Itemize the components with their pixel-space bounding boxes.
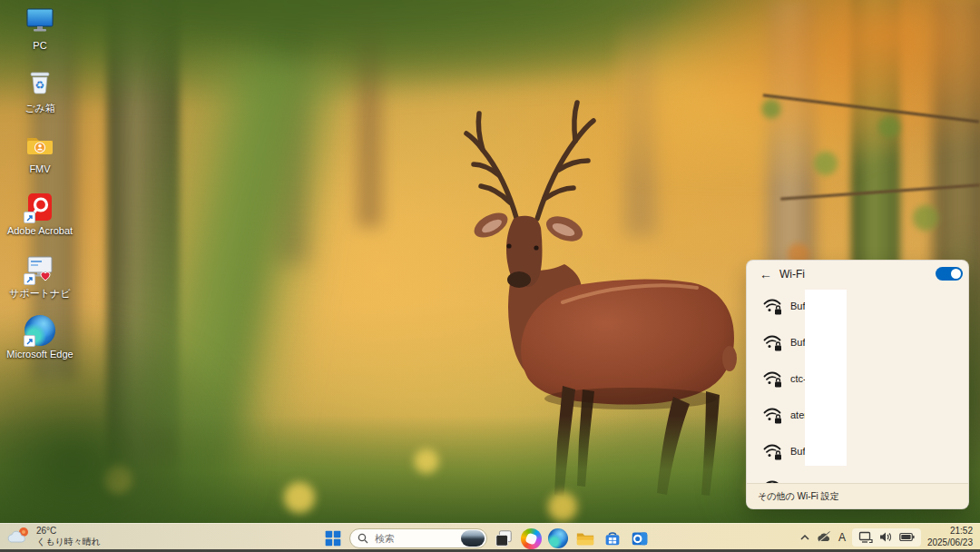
outlook-button[interactable] [629, 527, 651, 549]
more-wifi-settings-link[interactable]: その他の Wi-Fi 設定 [758, 490, 839, 503]
volume-icon [879, 531, 893, 543]
desktop-icon-label: サポートナビ [9, 287, 70, 301]
wifi-network-row[interactable]: Buffalo [747, 433, 968, 469]
adobe-acrobat-icon [23, 190, 57, 224]
start-button[interactable] [322, 527, 344, 549]
desktop-icon-adobe-acrobat[interactable]: Adobe Acrobat [0, 190, 80, 236]
wifi-secured-icon [761, 331, 783, 353]
search-input[interactable] [373, 532, 456, 545]
chevron-up-icon[interactable] [799, 533, 810, 542]
wifi-network-row[interactable]: aterm- [747, 397, 968, 433]
pc-icon [23, 5, 57, 39]
clock-time: 21:52 [927, 526, 973, 537]
desktop-icon-label: FMV [29, 163, 50, 174]
task-view-button[interactable] [493, 527, 514, 549]
copilot-button[interactable] [520, 527, 542, 549]
desktop-icon-label: Adobe Acrobat [7, 225, 73, 236]
system-tray: A 21:52 2025/06/23 [799, 524, 973, 550]
desktop-icon-recycle-bin[interactable]: ♻ ごみ箱 [0, 66, 80, 115]
network-icon [858, 531, 873, 544]
svg-text:♻: ♻ [35, 79, 45, 92]
start-icon [324, 529, 342, 547]
desktop-icon-label: ごみ箱 [24, 102, 55, 115]
wifi-secured-icon [761, 295, 783, 317]
microsoft-store-button[interactable] [602, 527, 623, 549]
search-box[interactable] [349, 528, 487, 548]
wifi-network-row[interactable]: ctc-g-o [747, 360, 968, 397]
file-explorer-button[interactable] [574, 527, 596, 549]
desktop-icon-fmv[interactable]: FMV [0, 128, 80, 174]
desktop-icon-microsoft-edge[interactable]: Microsoft Edge [0, 313, 80, 360]
search-highlight-image[interactable] [461, 530, 485, 547]
task-view-icon [494, 528, 514, 548]
edge-button[interactable] [547, 527, 569, 549]
back-arrow-icon[interactable]: ← [760, 267, 772, 281]
wifi-network-row[interactable]: Buffalo [747, 324, 968, 360]
wifi-flyout-panel: ← Wi-Fi Buffalo [746, 260, 969, 509]
ime-indicator[interactable]: A [838, 531, 846, 544]
recycle-bin-icon: ♻ [23, 66, 57, 101]
taskbar: 26°C くもり時々晴れ [0, 523, 980, 552]
quick-settings-button[interactable] [852, 528, 921, 547]
wifi-secured-icon [761, 404, 783, 426]
search-icon [358, 533, 368, 544]
desktop-icon-label: PC [33, 40, 46, 51]
desktop-icon-support-navi[interactable]: サポートナビ [0, 251, 80, 301]
onedrive-cloud-icon[interactable] [817, 531, 832, 543]
edge-icon [548, 528, 568, 548]
taskbar-app-icons [322, 527, 651, 549]
microsoft-store-icon [603, 528, 622, 548]
outlook-icon [630, 528, 650, 548]
support-navi-icon [23, 251, 57, 286]
weather-condition: くもり時々晴れ [36, 537, 101, 547]
desktop-icon-pc[interactable]: PC [0, 5, 80, 51]
wifi-footer: その他の Wi-Fi 設定 [747, 483, 968, 508]
shortcut-arrow-icon [24, 335, 35, 347]
toggle-knob [951, 269, 961, 279]
wifi-panel-title: Wi-Fi [779, 268, 805, 281]
edge-icon [23, 313, 57, 348]
clock[interactable]: 21:52 2025/06/23 [927, 526, 973, 548]
wifi-secured-icon [761, 368, 783, 389]
copilot-icon [521, 528, 542, 549]
wifi-panel-header: ← Wi-Fi [747, 261, 968, 288]
file-explorer-icon [575, 528, 595, 548]
weather-cloudy-sun-icon [7, 526, 33, 547]
weather-temperature: 26°C [36, 526, 101, 537]
wifi-network-row[interactable]: Buffalo [747, 288, 968, 324]
weather-widget[interactable]: 26°C くもり時々晴れ [7, 526, 101, 547]
desktop-icon-label: Microsoft Edge [6, 349, 73, 360]
fmv-folder-icon [23, 128, 57, 163]
redaction-box [805, 290, 847, 466]
wifi-network-list: Buffalo Buffalo [747, 288, 968, 485]
battery-icon [899, 532, 915, 542]
wifi-secured-icon [761, 440, 783, 462]
wifi-toggle[interactable] [936, 267, 963, 281]
shortcut-arrow-icon [24, 273, 35, 285]
shortcut-arrow-icon [24, 212, 35, 223]
clock-date: 2025/06/23 [927, 537, 973, 549]
